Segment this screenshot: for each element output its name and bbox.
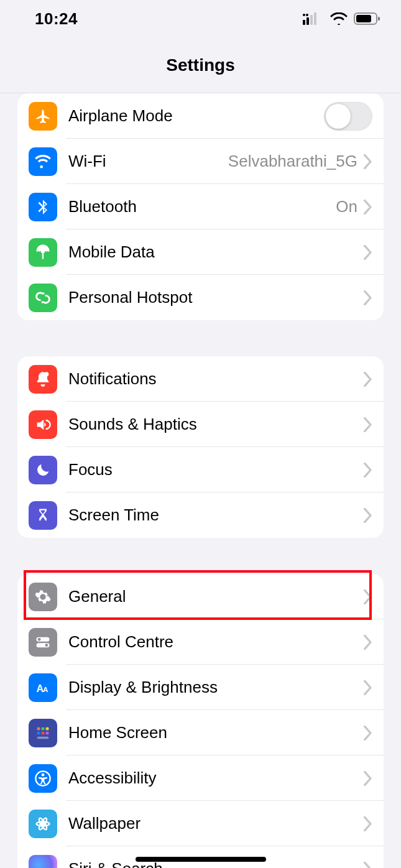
bluetooth-detail: On [336,197,357,216]
svg-rect-1 [307,17,309,25]
row-display[interactable]: AA Display & Brightness [17,665,384,710]
row-label: Airplane Mode [68,106,324,126]
wifi-network-detail: Selvabharathi_5G [228,152,357,171]
svg-point-30 [37,862,50,868]
page-title: Settings [166,55,234,75]
svg-text:A: A [43,685,48,693]
group-general: General Control Centre AA Display & Brig… [17,574,384,868]
group-notifications: Notifications Sounds & Haptics Focus Scr… [17,356,384,538]
svg-point-25 [42,773,45,776]
row-label: Personal Hotspot [68,288,364,307]
row-sounds[interactable]: Sounds & Haptics [17,402,384,447]
home-indicator[interactable] [136,857,266,862]
row-control-centre[interactable]: Control Centre [17,619,384,665]
chevron-right-icon [364,154,372,169]
svg-rect-7 [356,15,371,22]
svg-point-5 [306,14,308,16]
row-personal-hotspot[interactable]: Personal Hotspot [17,275,384,320]
wifi-icon [330,12,348,25]
row-label: Control Centre [68,632,364,652]
toggles-icon [29,628,57,657]
row-bluetooth[interactable]: Bluetooth On [17,184,384,229]
svg-rect-20 [37,731,40,734]
chevron-right-icon [364,200,372,215]
row-label: Bluetooth [68,197,336,216]
svg-rect-8 [378,17,380,21]
accessibility-icon [29,764,57,793]
chevron-right-icon [364,463,372,478]
status-bar: 10:24 [0,0,401,37]
row-label: Notifications [68,369,364,389]
gear-icon [29,583,57,611]
chevron-right-icon [364,635,372,650]
chevron-right-icon [364,862,372,869]
svg-rect-9 [42,251,44,259]
status-right [303,12,381,25]
row-mobile-data[interactable]: Mobile Data [17,229,384,275]
svg-rect-17 [37,727,40,730]
row-notifications[interactable]: Notifications [17,356,384,402]
row-label: Wi-Fi [68,152,228,171]
chevron-right-icon [364,726,372,741]
home-grid-icon [29,719,57,747]
row-home-screen[interactable]: Home Screen [17,710,384,755]
svg-point-4 [303,14,305,16]
chevron-right-icon [364,245,372,260]
bluetooth-icon [29,193,57,221]
row-screen-time[interactable]: Screen Time [17,492,384,538]
moon-icon [29,456,57,484]
wifi-settings-icon [29,147,57,176]
row-label: General [68,587,364,606]
chevron-right-icon [364,771,372,786]
hotspot-icon [29,284,57,312]
row-label: Screen Time [68,506,364,525]
row-label: Sounds & Haptics [68,415,364,434]
chevron-right-icon [364,508,372,523]
row-label: Mobile Data [68,242,364,262]
row-label: Accessibility [68,769,364,788]
row-focus[interactable]: Focus [17,447,384,492]
chevron-right-icon [364,290,372,305]
svg-rect-23 [37,736,49,739]
flower-icon [29,810,57,838]
row-wifi[interactable]: Wi-Fi Selvabharathi_5G [17,139,384,184]
row-label: Focus [68,460,364,479]
svg-point-12 [38,638,41,641]
speaker-icon [29,410,57,439]
svg-rect-19 [46,727,49,730]
battery-icon [354,12,381,25]
row-label: Wallpaper [68,814,364,833]
row-general[interactable]: General [17,574,384,619]
siri-icon [29,855,57,869]
row-label: Home Screen [68,723,364,742]
row-airplane-mode[interactable]: Airplane Mode [17,93,384,139]
text-size-icon: AA [29,673,57,702]
svg-rect-2 [310,15,313,25]
antenna-icon [29,238,57,267]
status-time: 10:24 [35,9,78,29]
dual-sim-signal-icon [303,12,324,25]
chevron-right-icon [364,372,372,387]
chevron-right-icon [364,417,372,432]
airplane-icon [29,102,57,131]
svg-rect-18 [42,727,45,730]
svg-point-14 [45,644,48,647]
svg-rect-22 [46,731,49,734]
group-connectivity: Airplane Mode Wi-Fi Selvabharathi_5G Blu… [17,93,384,320]
airplane-mode-toggle[interactable] [324,102,372,131]
chevron-right-icon [364,816,372,831]
row-accessibility[interactable]: Accessibility [17,755,384,801]
chevron-right-icon [364,589,372,604]
svg-point-10 [44,372,48,376]
bell-icon [29,365,57,394]
row-label: Display & Brightness [68,678,364,697]
svg-rect-3 [314,12,316,25]
svg-rect-21 [42,731,45,734]
page-header: Settings [0,37,401,93]
svg-rect-0 [303,20,305,25]
chevron-right-icon [364,680,372,695]
row-wallpaper[interactable]: Wallpaper [17,801,384,846]
hourglass-icon [29,501,57,530]
